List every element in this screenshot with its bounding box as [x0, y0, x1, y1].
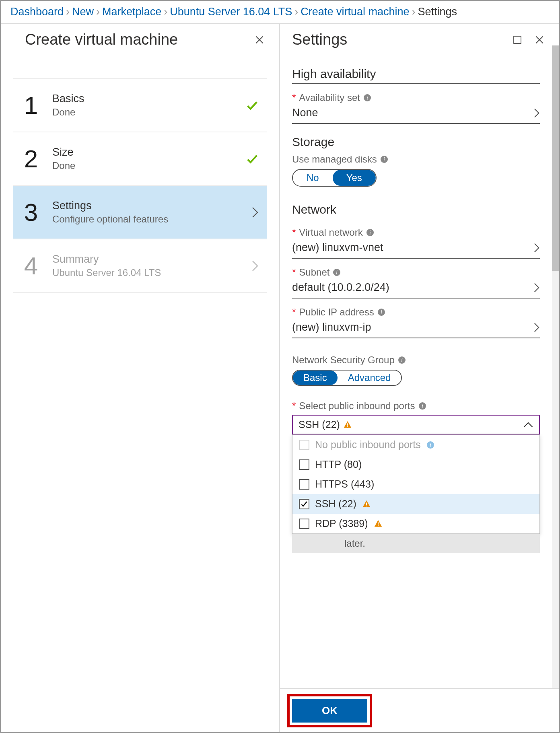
chevron-right-icon: ›	[412, 6, 415, 18]
create-vm-panel: Create virtual machine 1 Basics Done	[1, 24, 280, 732]
svg-text:i: i	[369, 230, 371, 236]
dropdown-list-inbound-ports: No public inbound ports i HTTP (80) HTTP…	[292, 434, 540, 534]
toggle-nsg-advanced[interactable]: Advanced	[338, 371, 401, 385]
info-icon[interactable]: i	[366, 229, 374, 237]
step-title: Basics	[52, 93, 234, 105]
step-summary[interactable]: 4 Summary Ubuntu Server 16.04 LTS	[13, 239, 267, 293]
info-icon[interactable]: i	[426, 441, 434, 449]
option-http[interactable]: HTTP (80)	[292, 455, 539, 474]
ok-highlight: OK	[287, 694, 372, 727]
label-virtual-network: *Virtual network i	[292, 227, 540, 238]
step-number: 2	[21, 144, 41, 173]
ok-button[interactable]: OK	[292, 699, 367, 723]
info-icon[interactable]: i	[380, 155, 388, 163]
info-icon[interactable]: i	[333, 268, 341, 276]
checkmark-icon	[245, 99, 259, 112]
chevron-right-icon: ›	[294, 6, 298, 18]
value-subnet: default (10.0.2.0/24)	[292, 281, 389, 294]
step-subtitle: Done	[52, 160, 234, 171]
step-number: 3	[21, 198, 41, 226]
svg-text:i: i	[430, 442, 431, 448]
svg-text:i: i	[336, 270, 338, 276]
svg-rect-19	[366, 502, 367, 505]
checkbox-icon	[299, 459, 309, 470]
step-settings[interactable]: 3 Settings Configure optional features	[13, 186, 267, 239]
step-title: Settings	[52, 200, 240, 212]
field-public-ip[interactable]: (new) linuxvm-ip	[292, 318, 540, 338]
svg-text:i: i	[381, 309, 382, 315]
checkbox-checked-icon	[299, 499, 309, 509]
step-basics[interactable]: 1 Basics Done	[13, 79, 267, 132]
toggle-yes[interactable]: Yes	[333, 170, 376, 186]
chevron-up-icon	[523, 421, 533, 428]
chevron-right-icon	[533, 243, 540, 253]
svg-text:i: i	[383, 156, 385, 163]
checkbox-icon	[299, 440, 309, 450]
svg-rect-15	[347, 423, 348, 426]
step-number: 1	[21, 91, 41, 119]
breadcrumb-link[interactable]: Ubuntu Server 16.04 LTS	[170, 6, 292, 18]
chevron-right-icon	[533, 108, 540, 118]
step-number: 4	[21, 251, 41, 280]
checkmark-icon	[245, 152, 259, 166]
close-icon[interactable]	[254, 35, 265, 45]
chevron-right-icon: ›	[66, 6, 70, 18]
info-icon[interactable]: i	[418, 402, 426, 410]
svg-text:i: i	[422, 403, 423, 409]
breadcrumb-link[interactable]: Dashboard	[10, 6, 64, 18]
label-availability-set: * Availability set i	[292, 92, 540, 103]
section-storage: Storage	[292, 135, 540, 151]
step-title: Size	[52, 146, 234, 159]
scrollbar-thumb[interactable]	[552, 45, 559, 271]
step-subtitle: Ubuntu Server 16.04 LTS	[52, 267, 240, 278]
option-ssh[interactable]: SSH (22)	[292, 494, 539, 514]
warning-icon	[343, 420, 352, 429]
option-https[interactable]: HTTPS (443)	[292, 474, 539, 494]
option-rdp[interactable]: RDP (3389)	[292, 514, 539, 533]
option-no-public-ports[interactable]: No public inbound ports i	[292, 435, 539, 455]
toggle-nsg-basic[interactable]: Basic	[293, 371, 338, 385]
maximize-icon[interactable]	[513, 35, 522, 45]
warning-icon	[374, 519, 383, 528]
field-virtual-network[interactable]: (new) linuxvm-vnet	[292, 238, 540, 259]
toggle-nsg: Basic Advanced	[292, 370, 402, 386]
chevron-right-icon	[533, 322, 540, 333]
dropdown-inbound-ports[interactable]: SSH (22)	[292, 415, 540, 434]
svg-text:i: i	[401, 357, 403, 363]
svg-rect-20	[366, 505, 367, 506]
svg-rect-0	[514, 36, 521, 43]
settings-panel: Settings High availability * Availab	[280, 24, 559, 732]
checkbox-icon	[299, 519, 309, 529]
label-subnet: *Subnet i	[292, 267, 540, 278]
section-high-availability: High availability	[292, 67, 540, 84]
svg-rect-21	[378, 522, 379, 525]
toggle-managed-disks: No Yes	[292, 169, 377, 187]
breadcrumb-link[interactable]: Create virtual machine	[301, 6, 409, 18]
checkbox-icon	[299, 479, 309, 490]
breadcrumb-link[interactable]: Marketplace	[102, 6, 161, 18]
field-availability-set[interactable]: None	[292, 103, 540, 124]
label-nsg: Network Security Group i	[292, 354, 540, 366]
toggle-no[interactable]: No	[293, 170, 333, 186]
breadcrumb: Dashboard › New › Marketplace › Ubuntu S…	[1, 1, 559, 24]
label-managed-disks: Use managed disks i	[292, 154, 540, 165]
svg-text:i: i	[366, 95, 368, 101]
step-size[interactable]: 2 Size Done	[13, 132, 267, 186]
chevron-right-icon	[251, 260, 259, 272]
value-public-ip: (new) linuxvm-ip	[292, 321, 371, 334]
info-icon[interactable]: i	[398, 356, 406, 364]
warning-icon	[362, 500, 371, 509]
dropdown-value: SSH (22)	[299, 419, 340, 430]
value-virtual-network: (new) linuxvm-vnet	[292, 241, 383, 254]
info-icon[interactable]: i	[377, 308, 385, 316]
value-availability-set: None	[292, 107, 318, 119]
step-subtitle: Done	[52, 107, 234, 118]
step-title: Summary	[52, 253, 240, 266]
breadcrumb-current: Settings	[418, 6, 457, 18]
close-icon[interactable]	[534, 35, 545, 45]
breadcrumb-link[interactable]: New	[72, 6, 94, 18]
field-subnet[interactable]: default (10.0.2.0/24)	[292, 278, 540, 299]
info-note: later.	[292, 534, 540, 553]
info-icon[interactable]: i	[363, 94, 371, 102]
chevron-right-icon: ›	[96, 6, 100, 18]
